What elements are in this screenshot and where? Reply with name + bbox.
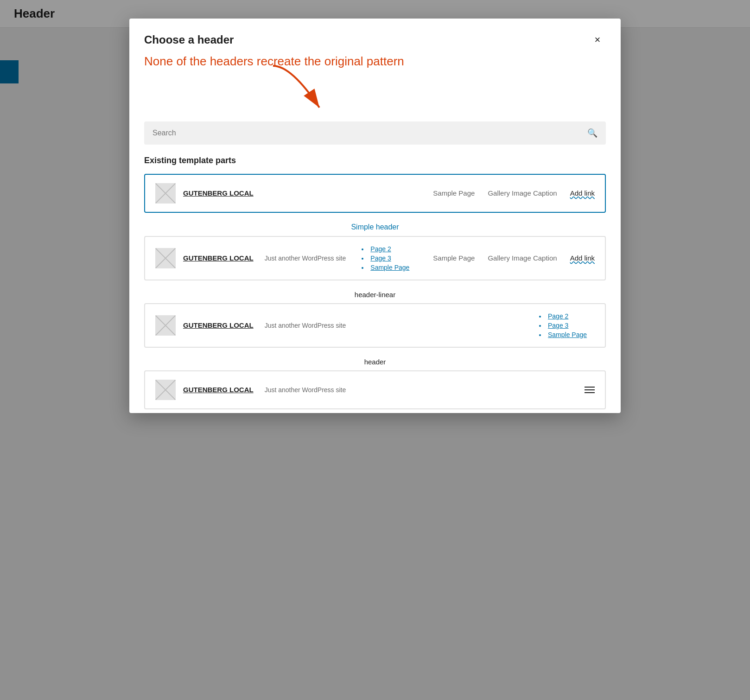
template-caption-linear: header-linear — [144, 284, 606, 303]
template-row-3: GUTENBERG LOCAL Just another WordPress s… — [155, 312, 595, 338]
nav-gallery-caption: Gallery Image Caption — [488, 189, 557, 197]
site-tagline-2: Just another WordPress site — [265, 255, 346, 262]
annotation-arrow — [264, 61, 338, 117]
nav-sample-page-2: Sample Page — [433, 254, 475, 262]
arrow-container — [129, 75, 621, 121]
site-name-4: GUTENBERG LOCAL — [183, 386, 254, 394]
annotation-message: None of the headers recreate the origina… — [129, 54, 621, 75]
section-label: Existing template parts — [129, 156, 621, 174]
hamburger-line-2 — [585, 389, 595, 390]
template-caption-header: header — [144, 351, 606, 370]
search-bar: 🔍 — [144, 121, 606, 145]
nav-link-sample[interactable]: Sample Page — [362, 264, 417, 271]
nav-links-2: Page 2 Page 3 Sample Page — [362, 245, 417, 271]
modal-header: Choose a header × — [129, 19, 621, 54]
template-caption-simple: Simple header — [144, 216, 606, 236]
site-tagline-3: Just another WordPress site — [265, 322, 346, 329]
site-logo-icon-2 — [155, 248, 176, 268]
template-list: GUTENBERG LOCAL Sample Page Gallery Imag… — [129, 174, 621, 413]
nav-gallery-caption-2: Gallery Image Caption — [488, 254, 557, 262]
site-name-2: GUTENBERG LOCAL — [183, 254, 254, 262]
site-logo-icon — [155, 183, 176, 204]
nav-link-page3-3[interactable]: Page 3 — [539, 322, 595, 329]
choose-header-modal: Choose a header × None of the headers re… — [129, 19, 621, 413]
template-row: GUTENBERG LOCAL Sample Page Gallery Imag… — [155, 183, 595, 204]
site-tagline-4: Just another WordPress site — [265, 386, 346, 394]
site-logo-icon-3 — [155, 315, 176, 336]
nav-link-page2-3[interactable]: Page 2 — [539, 312, 595, 320]
modal-overlay: Choose a header × None of the headers re… — [0, 0, 750, 700]
template-item-header-bottom[interactable]: GUTENBERG LOCAL Just another WordPress s… — [144, 370, 606, 409]
header-nav-items: Sample Page Gallery Image Caption Add li… — [433, 189, 595, 197]
header-right-2: Sample Page Gallery Image Caption Add li… — [433, 254, 595, 262]
nav-links-3: Page 2 Page 3 Sample Page — [539, 312, 595, 338]
modal-close-button[interactable]: × — [589, 32, 606, 48]
search-icon: 🔍 — [587, 128, 597, 138]
search-input[interactable] — [153, 129, 583, 137]
nav-link-page3[interactable]: Page 3 — [362, 255, 417, 262]
template-item-header[interactable]: GUTENBERG LOCAL Just another WordPress s… — [144, 303, 606, 348]
hamburger-menu-icon[interactable] — [585, 387, 595, 393]
template-row-4: GUTENBERG LOCAL Just another WordPress s… — [155, 380, 595, 400]
template-row-2: GUTENBERG LOCAL Just another WordPress s… — [155, 245, 595, 271]
site-logo-icon-4 — [155, 380, 176, 400]
site-name-3: GUTENBERG LOCAL — [183, 321, 254, 329]
nav-link-page2[interactable]: Page 2 — [362, 245, 417, 253]
nav-sample-page: Sample Page — [433, 189, 475, 197]
add-link-btn-2[interactable]: Add link — [570, 254, 595, 262]
site-name: GUTENBERG LOCAL — [183, 189, 254, 197]
hamburger-line-1 — [585, 387, 595, 388]
nav-link-sample-3[interactable]: Sample Page — [539, 331, 595, 338]
modal-title: Choose a header — [144, 33, 234, 46]
template-item-header-linear[interactable]: GUTENBERG LOCAL Just another WordPress s… — [144, 236, 606, 280]
add-link-btn[interactable]: Add link — [570, 189, 595, 197]
template-item-simple-header[interactable]: GUTENBERG LOCAL Sample Page Gallery Imag… — [144, 174, 606, 213]
hamburger-line-3 — [585, 392, 595, 393]
